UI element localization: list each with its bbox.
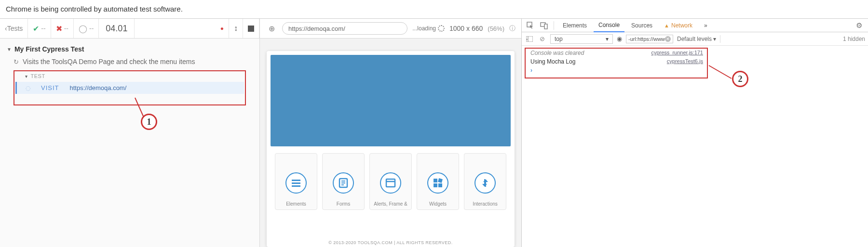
page-footer: © 2013-2020 TOOLSQA.COM | ALL RIGHTS RES… <box>267 240 515 245</box>
caret-down-icon: ▼ <box>7 47 12 52</box>
svg-rect-0 <box>292 180 300 181</box>
timer: 04.01 <box>99 19 135 38</box>
console-src[interactable]: cypressTest6.js <box>667 58 703 65</box>
tab-console[interactable]: Console <box>594 19 624 32</box>
info-icon[interactable]: ⓘ <box>509 24 515 33</box>
cards-row: Elements Forms Alerts, Frame & <box>267 150 515 213</box>
pass-value: -- <box>41 25 45 32</box>
svg-rect-7 <box>386 179 395 187</box>
fail-value: -- <box>64 25 68 32</box>
main-row: ‹ Tests ✔ -- ✖ -- ◯ -- 04.01 ● ↕ ▼ <box>0 18 868 247</box>
context-selector[interactable]: top ▾ <box>550 34 613 44</box>
card-forms[interactable]: Forms <box>322 153 365 210</box>
selector-playground-button[interactable]: ⊕ <box>266 23 277 34</box>
pass-count: ✔ -- <box>28 19 51 38</box>
devtools-panel: Elements Console Sources ▲ Network » ⚙ ⊘… <box>522 19 868 247</box>
card-label: Elements <box>286 201 306 207</box>
ban-icon: ⊘ <box>540 35 545 42</box>
gear-icon: ⚙ <box>856 21 862 29</box>
cypress-body: ▼ My First Cypress Test ↻ Visits the Too… <box>0 39 259 247</box>
console-msg: Console was cleared <box>530 50 584 56</box>
automation-banner: Chrome is being controlled by automated … <box>0 0 868 18</box>
circle-icon: ◯ <box>79 24 87 33</box>
console-filter-bar: ⊘ top ▾ ◉ -url:https://www ✕ Default lev… <box>522 32 868 46</box>
viewport-dimensions: 1000 x 660 <box>449 25 483 32</box>
annotation-callout-2: 2 <box>732 71 748 87</box>
section-header: ▾ TEST <box>14 71 245 81</box>
console-highlight: Console was cleared cypress_runner.js:17… <box>525 48 708 78</box>
svg-rect-11 <box>434 183 437 187</box>
check-icon: ✔ <box>33 24 39 33</box>
cypress-toolbar: ‹ Tests ✔ -- ✖ -- ◯ -- 04.01 ● ↕ <box>0 19 259 39</box>
svg-rect-9 <box>434 179 437 182</box>
record-dot-icon: ● <box>220 25 224 32</box>
target-icon: ⊕ <box>269 24 275 33</box>
console-sidebar-icon[interactable] <box>525 36 534 42</box>
log-levels[interactable]: Default levels ▾ <box>677 36 716 42</box>
tab-sources[interactable]: Sources <box>626 19 657 32</box>
auto-scroll-button[interactable]: ↕ <box>229 19 243 38</box>
loading-indicator: ...loading <box>412 25 445 32</box>
spinner-icon <box>438 25 445 32</box>
svg-rect-16 <box>526 36 533 42</box>
svg-marker-18 <box>527 39 528 40</box>
page-frame: Elements Forms Alerts, Frame & <box>267 51 515 247</box>
card-label: Widgets <box>429 201 447 207</box>
console-line: Using Mocha Log cypressTest6.js <box>526 57 707 66</box>
card-widgets[interactable]: Widgets <box>417 153 459 210</box>
test-label: Visits the ToolsQA Demo Page and check t… <box>23 58 195 65</box>
loading-label: ...loading <box>412 25 436 32</box>
swap-icon <box>475 172 496 194</box>
settings-button[interactable]: ⚙ <box>853 21 865 30</box>
spinner-icon: ◌ <box>26 85 30 91</box>
svg-rect-10 <box>438 178 443 183</box>
hero-banner <box>271 55 511 146</box>
clear-console-button[interactable]: ⊘ <box>538 35 546 42</box>
svg-rect-12 <box>438 183 442 187</box>
preview-body: Elements Forms Alerts, Frame & <box>260 39 521 247</box>
stop-icon <box>248 26 254 32</box>
annotation-callout-1: 1 <box>141 114 157 130</box>
x-icon: ✖ <box>56 24 62 33</box>
console-msg: Using Mocha Log <box>530 58 575 65</box>
tab-network[interactable]: ▲ Network <box>659 19 697 32</box>
hidden-count: 1 hidden <box>843 36 865 42</box>
svg-rect-1 <box>292 182 300 184</box>
url-input[interactable] <box>282 22 407 35</box>
live-expression-button[interactable]: ◉ <box>617 35 622 42</box>
warning-icon: ▲ <box>664 23 669 28</box>
app-preview-panel: ⊕ ...loading 1000 x 660 (56%) ⓘ Eleme <box>260 19 522 247</box>
clear-filter-icon[interactable]: ✕ <box>665 36 671 42</box>
list-icon <box>285 172 307 194</box>
test-title[interactable]: ↻ Visits the ToolsQA Demo Page and check… <box>0 55 259 68</box>
console-line: Console was cleared cypress_runner.js:17… <box>526 49 707 57</box>
tab-elements[interactable]: Elements <box>558 19 592 32</box>
record-indicator: ● <box>216 19 229 38</box>
widgets-icon <box>427 172 448 194</box>
back-label: Tests <box>7 25 23 32</box>
console-prompt[interactable]: › <box>526 66 707 75</box>
device-icon[interactable] <box>538 22 550 29</box>
card-alerts[interactable]: Alerts, Frame & <box>369 153 412 210</box>
card-interactions[interactable]: Interactions <box>464 153 506 210</box>
command-visit[interactable]: ◌ VISIT https://demoqa.com/ <box>15 82 244 94</box>
filter-text: -url:https://www <box>628 36 665 42</box>
viewport-scale: (56%) <box>488 25 504 32</box>
command-name: VISIT <box>41 84 59 91</box>
stop-button[interactable] <box>243 19 259 38</box>
card-label: Interactions <box>473 201 498 207</box>
inspect-icon[interactable] <box>525 22 536 29</box>
tabs-more[interactable]: » <box>699 19 712 32</box>
spec-title[interactable]: ▼ My First Cypress Test <box>0 43 259 55</box>
devtools-tabs: Elements Console Sources ▲ Network » ⚙ <box>522 19 868 32</box>
card-elements[interactable]: Elements <box>275 153 317 210</box>
preview-toolbar: ⊕ ...loading 1000 x 660 (56%) ⓘ <box>260 19 521 39</box>
tab-network-label: Network <box>671 22 692 29</box>
filter-input[interactable]: -url:https://www ✕ <box>626 35 673 43</box>
back-tests-button[interactable]: ‹ Tests <box>0 19 28 38</box>
eye-icon: ◉ <box>617 35 622 42</box>
command-log-highlight: ▾ TEST ◌ VISIT https://demoqa.com/ <box>14 70 246 105</box>
window-icon <box>380 172 401 194</box>
svg-rect-15 <box>544 24 547 29</box>
console-src[interactable]: cypress_runner.js:171 <box>651 50 703 56</box>
